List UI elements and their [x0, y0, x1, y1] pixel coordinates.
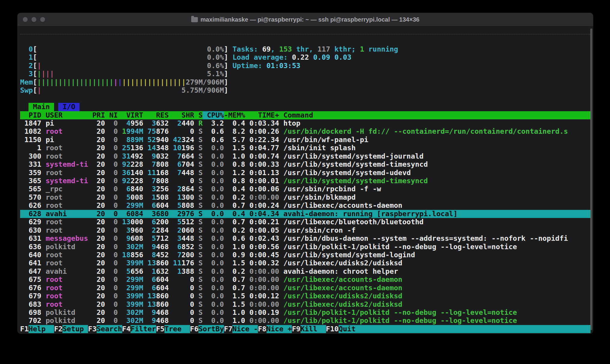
meter-body: |||||||||||||||||||||||||||||||||||279M/…: [37, 78, 224, 86]
cell-spacer: [279, 259, 283, 267]
mem-value-mb: 6: [152, 201, 156, 210]
meter-label: 3: [20, 70, 33, 78]
process-row[interactable]: 683root200399M138600S0.01.50:00.00/usr/l…: [20, 300, 590, 309]
column-time[interactable]: TIME+: [245, 111, 279, 119]
fn-f3-search[interactable]: F3Search: [88, 325, 122, 333]
mem-value-kb: 140: [131, 169, 143, 177]
process-row[interactable]: 631messagebus200960857123448S0.00.60:02.…: [20, 234, 590, 243]
state-value: R: [198, 119, 203, 127]
fn-f6-sortby[interactable]: F6SortBy: [190, 325, 224, 333]
process-row[interactable]: 1847pi200495636322440R3.20.40:03.34htop: [20, 119, 590, 127]
cell-mem: 0.7: [224, 218, 245, 226]
process-row[interactable]: 1root200251361434810196S0.01.50:04.77/sb…: [20, 144, 590, 152]
process-row[interactable]: 679root200399M138600S0.01.50:00.12/usr/l…: [20, 292, 590, 300]
process-row[interactable]: 1150pi200889M5294042324S0.65.70:22.34/us…: [20, 136, 590, 144]
process-row[interactable]: 640root2001885684527200S0.00.90:00.45/us…: [20, 251, 590, 259]
fn-f2-setup[interactable]: F2Setup: [54, 325, 88, 333]
command-value: /usr/lib/systemd/systemd-logind: [283, 251, 415, 259]
cell-spacer: [279, 243, 283, 251]
column-res[interactable]: RES: [143, 111, 169, 119]
mem-value-mb: 42: [173, 136, 181, 144]
mem-value-kb: 876: [156, 127, 169, 136]
screen: maximiliankaske — pi@raspberrypi: ~ — ss…: [0, 0, 610, 364]
function-key-bar: F1Help F2Setup F3SearchF4FilterF5Tree F6…: [20, 325, 590, 333]
column-s[interactable]: S: [194, 111, 203, 119]
cell-time: 0:00.24: [245, 201, 279, 210]
cell-shr: 6852: [169, 243, 194, 251]
tab-io[interactable]: I/O: [58, 103, 80, 111]
process-row[interactable]: 628avahi200608436802976S0.00.40:04.34ava…: [20, 210, 590, 218]
cell-mem: 0.7: [224, 284, 245, 292]
process-row[interactable]: 626root200299M66045808S0.00.70:00.24/usr…: [20, 201, 590, 210]
mem-value-kb: 664: [182, 152, 194, 160]
fn-f10-quit[interactable]: F10Quit: [326, 325, 590, 333]
process-row[interactable]: 365systemd-ti2009222878080S0.00.80:00.01…: [20, 177, 590, 185]
pid-value: 1: [37, 144, 41, 152]
cell-pri: 20: [88, 276, 105, 284]
process-row[interactable]: 565_rpc200684032562864S0.00.40:00.06/usr…: [20, 185, 590, 193]
zoom-button[interactable]: [40, 17, 45, 22]
process-row[interactable]: 331systemd-ti2009222878086704S0.00.80:00…: [20, 160, 590, 169]
cell-time: 0:00.00: [245, 193, 279, 201]
mem-value-kb: 348: [156, 144, 169, 152]
pri-value: 20: [97, 267, 105, 276]
column-virt[interactable]: VIRT: [118, 111, 143, 119]
pid-value: 1847: [24, 119, 41, 127]
time-value: 0:00.00: [249, 317, 279, 325]
minimize-button[interactable]: [32, 17, 36, 22]
fn-f5-tree[interactable]: F5Tree: [156, 325, 190, 333]
mem-value-mb: 299M: [126, 276, 143, 284]
cell-user: root: [46, 292, 88, 300]
process-row[interactable]: 676root200299M66040S0.00.70:00.00/usr/li…: [20, 284, 590, 292]
cpu-meter-3: 3[||||5.1%]: [20, 70, 228, 78]
column-user[interactable]: USER: [46, 111, 88, 119]
cell-user: root: [46, 300, 88, 309]
mem-value-kb: 704: [182, 160, 194, 169]
process-row[interactable]: 702polkitd200302M94680S0.01.00:00.00/usr…: [20, 317, 590, 325]
process-row[interactable]: 359root20036140111687448S0.01.20:01.13/u…: [20, 169, 590, 177]
cell-ni: 0: [105, 226, 118, 234]
column-cpu[interactable]: CPU%: [203, 111, 224, 119]
process-row[interactable]: 629root2001300062005512S0.00.70:00.21/us…: [20, 218, 590, 226]
column-cmd[interactable]: Command: [283, 111, 590, 119]
process-row[interactable]: 570root200500815081300S0.00.20:00.00/usr…: [20, 193, 590, 201]
process-row[interactable]: 300root2003149290327664S0.01.00:00.74/us…: [20, 152, 590, 160]
fn-f1-help[interactable]: F1Help: [20, 325, 54, 333]
fn-f9-kill[interactable]: F9Kill: [292, 325, 326, 333]
summary-segment: ;: [352, 45, 360, 53]
cell-mem: 1.2: [224, 169, 245, 177]
scrollbar[interactable]: [590, 28, 592, 330]
cell-spacer: [279, 144, 283, 152]
fn-f7-nice[interactable]: F7Nice -: [224, 325, 258, 333]
fn-f8-nice[interactable]: F8Nice +: [258, 325, 292, 333]
summary-segment: thr: [292, 45, 309, 53]
process-row[interactable]: 675root200299M66040S0.00.70:00.00/usr/li…: [20, 276, 590, 284]
column-ni[interactable]: NI: [105, 111, 118, 119]
meter-value: 0.6%: [207, 62, 224, 70]
close-button[interactable]: [23, 17, 28, 22]
column-mem[interactable]: MEM%: [228, 111, 245, 119]
state-value: S: [198, 226, 203, 234]
ni-value: 0: [113, 243, 118, 251]
process-row[interactable]: 1082root2001994M758760S0.68.20:00.26/usr…: [20, 127, 590, 136]
cell-res: 9468: [143, 309, 169, 317]
process-row[interactable]: 636polkitd200302M94686852S0.01.00:00.56/…: [20, 243, 590, 251]
cell-ni: 0: [105, 136, 118, 144]
process-row[interactable]: 647avahi200565616321388S0.00.20:00.00ava…: [20, 267, 590, 276]
column-pid[interactable]: PID: [20, 111, 41, 119]
fn-key-label: F2: [54, 325, 62, 333]
cpu-meter-0: 0[0.0%]: [20, 45, 228, 53]
column-shr[interactable]: SHR: [169, 111, 194, 119]
process-row[interactable]: 698polkitd200302M94680S0.01.00:00.19/usr…: [20, 309, 590, 317]
column-pri[interactable]: PRI: [88, 111, 105, 119]
process-row[interactable]: 630root200396022842060S0.00.20:00.05/usr…: [20, 226, 590, 234]
cell-cpu: 0.0: [203, 234, 224, 243]
cell-spacer: [279, 309, 283, 317]
state-value: S: [198, 144, 203, 152]
process-row[interactable]: 641root200399M1386011176S0.01.50:00.32/u…: [20, 259, 590, 267]
mem-value-mb: 8: [152, 251, 156, 259]
uptime: Uptime: 01:03:53: [232, 62, 300, 70]
tab-main[interactable]: Main: [29, 103, 54, 111]
fn-f4-filter[interactable]: F4Filter: [122, 325, 156, 333]
cell-res: 7808: [143, 160, 169, 169]
